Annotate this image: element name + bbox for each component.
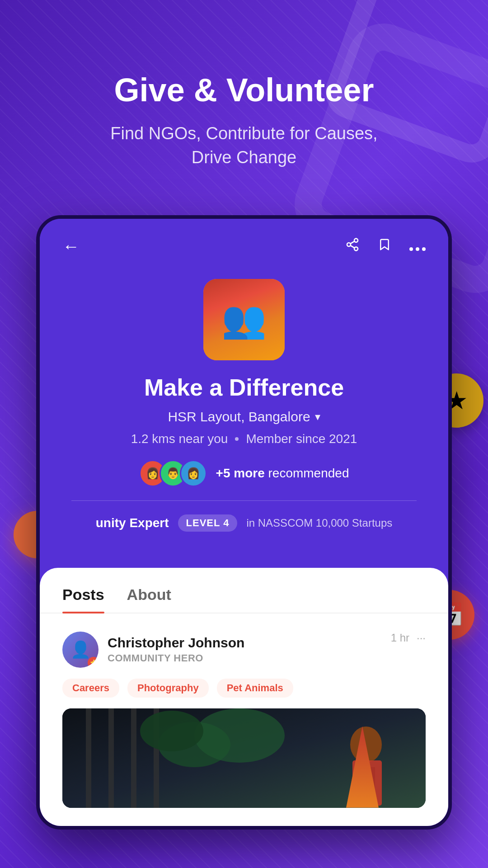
svg-rect-18 <box>355 767 364 803</box>
post-tags: Careers Photography Pet Animals <box>62 679 426 698</box>
white-panel: Posts About 👤 ⭐ <box>40 568 448 826</box>
expert-title: unity Expert <box>96 516 169 530</box>
meta-dot <box>235 437 239 441</box>
post-item: 👤 ⭐ Christopher Johnson COMMUNITY HERO 1… <box>40 613 448 826</box>
nasscom-text: in NASSCOM 10,000 Startups <box>246 517 392 529</box>
back-button[interactable]: ← <box>62 237 80 256</box>
post-header: 👤 ⭐ Christopher Johnson COMMUNITY HERO 1… <box>62 632 426 668</box>
post-time: 1 hr ··· <box>391 632 426 644</box>
rec-avatar-3: 👩 <box>180 460 207 487</box>
phone-mockup: ← <box>36 215 452 830</box>
tab-posts[interactable]: Posts <box>62 586 104 613</box>
expert-row: unity Expert LEVEL 4 in NASSCOM 10,000 S… <box>62 514 426 541</box>
recommended-section: 👩 👨 👩 +5 more recommended <box>62 460 426 487</box>
share-icon[interactable] <box>345 237 360 255</box>
star-badge: ⭐ <box>88 657 99 668</box>
svg-rect-9 <box>86 708 91 808</box>
ngo-meta: 1.2 kms near you Member since 2021 <box>62 432 426 446</box>
location-dropdown-icon[interactable]: ▾ <box>315 410 320 423</box>
poster-details: Christopher Johnson COMMUNITY HERO <box>108 635 244 664</box>
tabs: Posts About <box>40 568 448 613</box>
phone-header: ← <box>40 219 448 270</box>
level-badge: LEVEL 4 <box>178 514 238 532</box>
recommended-text: +5 more recommended <box>216 466 349 481</box>
svg-rect-10 <box>108 708 114 808</box>
tag-pet-animals[interactable]: Pet Animals <box>217 679 293 698</box>
ngo-profile: Make a Difference HSR Layout, Bangalore … <box>40 270 448 568</box>
poster-name: Christopher Johnson <box>108 635 244 651</box>
profile-divider <box>71 500 417 501</box>
svg-point-5 <box>409 247 413 251</box>
post-image <box>62 708 426 808</box>
hero-subtitle: Find NGOs, Contribute for Causes,Drive C… <box>36 122 452 170</box>
poster-info: 👤 ⭐ Christopher Johnson COMMUNITY HERO <box>62 632 244 668</box>
ngo-name: Make a Difference <box>62 374 426 401</box>
svg-rect-11 <box>131 708 136 808</box>
post-image-scene <box>62 708 426 808</box>
group-photo <box>203 279 285 360</box>
hero-section: Give & Volunteer Find NGOs, Contribute f… <box>0 0 488 197</box>
svg-point-16 <box>350 726 382 763</box>
hero-title: Give & Volunteer <box>36 72 452 108</box>
ngo-location: HSR Layout, Bangalore ▾ <box>62 409 426 425</box>
ngo-avatar <box>203 279 285 360</box>
svg-rect-17 <box>352 760 382 806</box>
svg-line-3 <box>350 245 354 248</box>
bookmark-icon[interactable] <box>378 237 391 255</box>
tab-about[interactable]: About <box>127 586 171 613</box>
svg-point-6 <box>416 247 419 251</box>
phone-container: ✋ Donate ★ 📅 ← <box>27 215 461 830</box>
poster-role: COMMUNITY HERO <box>108 652 244 664</box>
svg-line-4 <box>350 241 354 244</box>
svg-point-14 <box>194 708 285 763</box>
header-actions <box>345 237 426 255</box>
post-more-icon[interactable]: ··· <box>417 632 426 644</box>
tag-photography[interactable]: Photography <box>127 679 209 698</box>
svg-rect-19 <box>366 767 375 803</box>
tag-careers[interactable]: Careers <box>62 679 119 698</box>
svg-point-7 <box>422 247 426 251</box>
poster-avatar: 👤 ⭐ <box>62 632 99 668</box>
svg-point-15 <box>140 711 203 751</box>
more-icon[interactable] <box>409 238 426 255</box>
